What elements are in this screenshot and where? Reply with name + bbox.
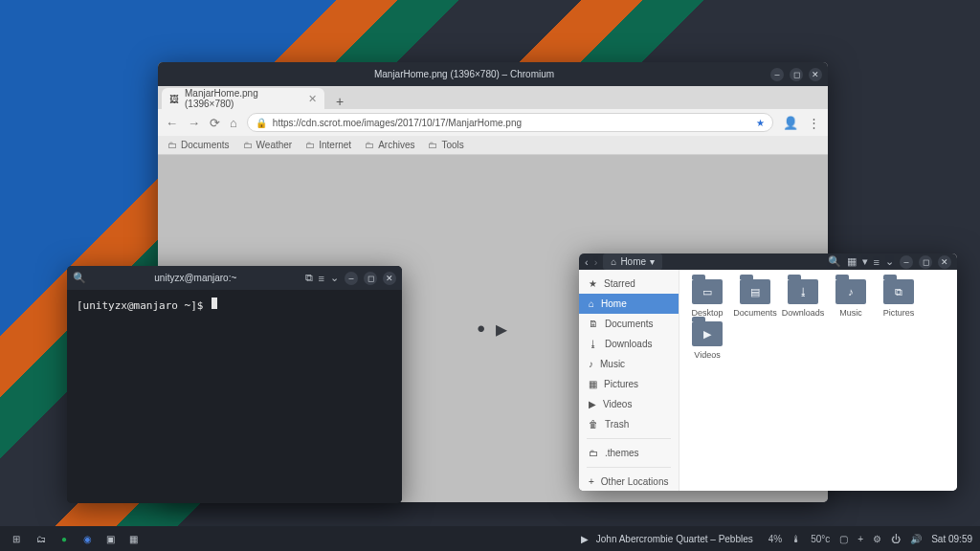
sidebar-item-label: Downloads [605, 339, 652, 349]
new-tab-icon[interactable]: ⧉ [305, 272, 313, 284]
grid-view-icon[interactable]: ▦ [847, 255, 857, 268]
sidebar-item-music[interactable]: ♪Music [579, 354, 679, 374]
sidebar-item-pictures[interactable]: ▦Pictures [579, 374, 679, 394]
sidebar-item--themes[interactable]: 🗀.themes [579, 443, 679, 463]
file-manager-window: ‹ › ⌂ Home ▾ 🔍 ▦ ▾ ≡ ⌄ – ◻ ✕ ★Starred⌂Ho… [579, 253, 957, 491]
back-button[interactable]: ← [166, 116, 178, 130]
minimize-button[interactable]: – [345, 272, 358, 285]
terminal-launcher[interactable]: ▣ [101, 530, 119, 547]
forward-button[interactable]: › [594, 256, 598, 268]
folder-item[interactable]: ⧉Pictures [877, 279, 921, 318]
folder-item[interactable]: ▤Documents [733, 279, 777, 318]
close-button[interactable]: ✕ [383, 272, 396, 285]
forward-button[interactable]: → [188, 116, 200, 130]
hamburger-icon[interactable]: ≡ [319, 273, 324, 284]
browser-tab[interactable]: 🖼 ManjarHome.png (1396×780) ✕ [162, 88, 324, 109]
broken-image-icon: • ▸ [477, 316, 508, 342]
minimize-button[interactable]: – [770, 68, 784, 81]
sidebar-item-icon: ★ [589, 278, 597, 289]
chevron-down-icon[interactable]: ▾ [862, 255, 868, 268]
sidebar-item-other-locations[interactable]: +Other Locations [579, 472, 679, 491]
close-button[interactable]: ✕ [809, 68, 822, 81]
terminal-body[interactable]: [unityzx@manjaro ~]$ [67, 290, 402, 503]
back-button[interactable]: ‹ [585, 256, 589, 268]
sidebar-item-videos[interactable]: ▶Videos [579, 394, 679, 414]
folder-item[interactable]: ♪Music [829, 279, 873, 318]
file-manager-grid[interactable]: ▭Desktop▤Documents⭳Downloads♪Music⧉Pictu… [679, 270, 957, 491]
hamburger-icon[interactable]: ≡ [874, 256, 880, 268]
folder-item[interactable]: ▶Videos [685, 321, 729, 360]
maximize-button[interactable]: ◻ [364, 272, 377, 285]
browser-titlebar[interactable]: ManjarHome.png (1396×780) – Chromium – ◻… [158, 62, 828, 86]
volume-icon[interactable]: 🔊 [910, 534, 922, 544]
chevron-down-icon[interactable]: ⌄ [330, 272, 339, 284]
tray-box-icon[interactable]: ▢ [839, 534, 848, 544]
bookmark-label: Documents [181, 140, 230, 150]
sidebar-item-icon: ▦ [589, 379, 597, 389]
sidebar-item-downloads[interactable]: ⭳Downloads [579, 334, 679, 354]
file-manager-titlebar[interactable]: ‹ › ⌂ Home ▾ 🔍 ▦ ▾ ≡ ⌄ – ◻ ✕ [579, 253, 957, 270]
folder-item[interactable]: ▭Desktop [685, 279, 729, 318]
menu-icon[interactable]: ⋮ [808, 116, 820, 130]
sidebar-item-icon: ⌂ [589, 298, 594, 309]
bookmark-item[interactable]: 🗀Weather [243, 140, 293, 150]
clock-label[interactable]: Sat 09:59 [931, 534, 972, 544]
minimize-button[interactable]: – [900, 255, 913, 269]
file-manager-launcher[interactable]: 🗂 [33, 530, 50, 547]
bookmark-item[interactable]: 🗀Archives [365, 140, 414, 150]
folder-label: Music [839, 308, 862, 318]
sidebar-item-starred[interactable]: ★Starred [579, 274, 679, 294]
terminal-window: 🔍 unityzx@manjaro:~ ⧉ ≡ ⌄ – ◻ ✕ [unityzx… [67, 266, 402, 503]
temperature-icon[interactable]: 🌡 [791, 534, 801, 544]
tab-favicon-icon: 🖼 [169, 94, 179, 104]
sidebar-separator [587, 438, 671, 439]
location-chip[interactable]: ⌂ Home ▾ [603, 253, 662, 270]
chevron-down-icon[interactable]: ⌄ [885, 255, 894, 268]
app-launcher[interactable]: ▦ [124, 530, 142, 547]
maximize-button[interactable]: ◻ [919, 255, 932, 269]
home-button[interactable]: ⌂ [230, 116, 237, 130]
spotify-launcher[interactable]: ● [56, 530, 73, 547]
new-tab-button[interactable]: + [330, 94, 349, 109]
close-button[interactable]: ✕ [938, 255, 951, 269]
reload-button[interactable]: ⟳ [210, 116, 220, 130]
folder-item[interactable]: ⭳Downloads [781, 279, 825, 318]
power-icon[interactable]: ⏻ [891, 534, 901, 544]
bookmark-item[interactable]: 🗀Tools [428, 140, 463, 150]
now-playing-play-icon[interactable]: ▶ [581, 534, 589, 544]
chromium-launcher[interactable]: ◉ [78, 530, 96, 547]
battery-label[interactable]: 4% [768, 534, 782, 544]
bookmark-item[interactable]: 🗀Documents [167, 140, 230, 150]
sidebar-item-label: Trash [605, 419, 629, 430]
url-input[interactable]: 🔒 https://cdn.scrot.moe/images/2017/10/1… [247, 113, 773, 132]
maximize-button[interactable]: ◻ [790, 68, 803, 81]
bookmark-label: Weather [256, 140, 293, 150]
tab-title: ManjarHome.png (1396×780) [185, 88, 302, 109]
search-icon[interactable]: 🔍 [828, 255, 841, 268]
file-manager-sidebar: ★Starred⌂Home🗎Documents⭳Downloads♪Music▦… [579, 270, 679, 491]
folder-icon: ⧉ [883, 279, 914, 304]
sidebar-item-trash[interactable]: 🗑Trash [579, 414, 679, 434]
sidebar-item-documents[interactable]: 🗎Documents [579, 314, 679, 334]
app-menu-icon[interactable]: ⊞ [8, 530, 25, 547]
temperature-label: 50°c [811, 534, 830, 544]
settings-icon[interactable]: ⚙ [873, 534, 881, 544]
tab-close-icon[interactable]: ✕ [308, 93, 317, 105]
folder-label: Downloads [782, 308, 825, 318]
now-playing-label[interactable]: John Abercrombie Quartet – Pebbles [596, 534, 753, 544]
folder-label: Documents [733, 308, 777, 318]
browser-tabbar: 🖼 ManjarHome.png (1396×780) ✕ + [158, 86, 828, 109]
url-text: https://cdn.scrot.moe/images/2017/10/17/… [273, 118, 522, 128]
sidebar-item-icon: 🗀 [589, 448, 598, 458]
sidebar-item-label: Music [600, 359, 625, 369]
profile-icon[interactable]: 👤 [783, 116, 798, 130]
cursor-icon [212, 298, 217, 309]
folder-icon: 🗀 [305, 140, 315, 150]
terminal-titlebar[interactable]: 🔍 unityzx@manjaro:~ ⧉ ≡ ⌄ – ◻ ✕ [67, 266, 402, 290]
bookmark-star-icon[interactable]: ★ [756, 118, 765, 128]
sidebar-item-home[interactable]: ⌂Home [579, 294, 679, 314]
search-icon[interactable]: 🔍 [73, 272, 86, 284]
sidebar-item-icon: 🗑 [589, 419, 598, 430]
tray-plus-icon[interactable]: + [858, 534, 863, 544]
bookmark-item[interactable]: 🗀Internet [305, 140, 351, 150]
